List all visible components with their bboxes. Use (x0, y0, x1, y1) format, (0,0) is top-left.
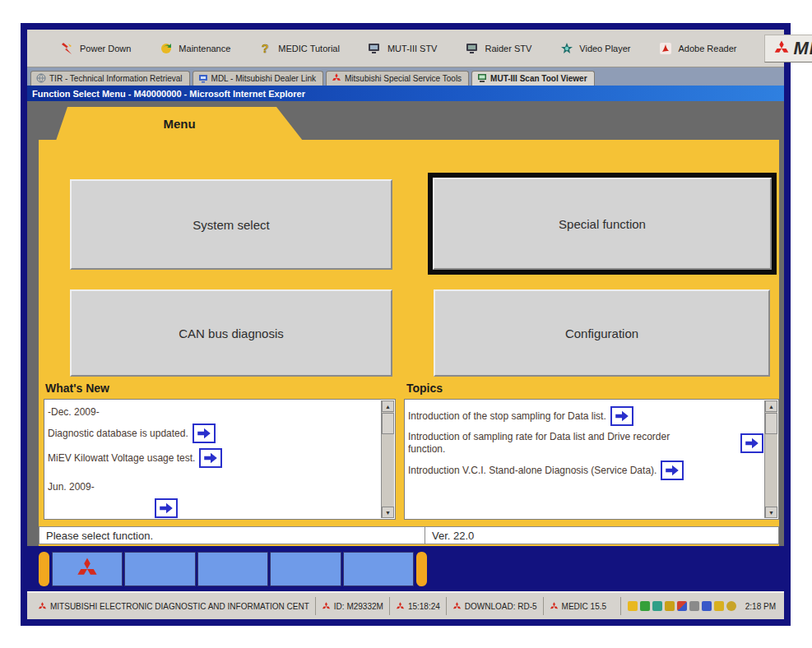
tray-round-icon[interactable] (726, 601, 736, 611)
quick-button-home[interactable] (52, 552, 123, 586)
windows-taskbar: MITSUBISHI ELECTRONIC DIAGNOSTIC AND INF… (27, 591, 784, 619)
power-down-icon (60, 41, 74, 55)
medic-window: Power Down Maintenance ? MEDIC Tutorial (27, 30, 784, 619)
topics-entry: Introduction V.C.I. Stand-alone Diagnosi… (408, 461, 763, 480)
tray-teal-icon[interactable] (652, 601, 662, 611)
tab-special-service-tools[interactable]: Mitsubishi Special Service Tools (326, 71, 469, 86)
status-message: Please select function. (46, 530, 153, 542)
next-arrow-icon[interactable] (193, 424, 216, 443)
menu-folder-body: System select Special function CAN bus d… (39, 140, 779, 546)
whats-new-entry-text: MiEV Kilowatt Voltage usage test. (48, 452, 195, 465)
taskbar-item-label: 15:18:24 (408, 602, 440, 611)
next-arrow-icon[interactable] (661, 461, 684, 480)
next-arrow-icon[interactable] (199, 448, 222, 468)
scrollbar-thumb[interactable] (765, 413, 777, 434)
scroll-down-icon[interactable]: ▼ (765, 507, 777, 518)
svg-text:?: ? (262, 42, 269, 55)
whats-new-entry: -Dec. 2009- (48, 406, 380, 419)
scrollbar-thumb[interactable] (382, 413, 394, 434)
taskbar-item-time[interactable]: 15:18:24 (389, 597, 446, 615)
next-arrow-icon[interactable] (740, 433, 763, 453)
tray-gray-icon[interactable] (689, 601, 699, 611)
quickbar-right-cap (416, 552, 427, 586)
system-select-button[interactable]: System select (70, 179, 392, 270)
outer-frame: Power Down Maintenance ? MEDIC Tutorial (21, 23, 791, 626)
taskbar-clock: 2:18 PM (739, 602, 779, 611)
medic-logo: MEDIC (764, 35, 812, 62)
taskbar-item-download[interactable]: DOWNLOAD: RD-5 (446, 597, 543, 615)
video-player-icon (559, 41, 573, 55)
tab-mut3-scan-tool-viewer[interactable]: MUT-III Scan Tool Viewer (471, 71, 594, 86)
scroll-down-icon[interactable]: ▼ (382, 507, 394, 518)
system-tray: 2:18 PM (620, 597, 779, 615)
window-title-bar[interactable]: Function Select Menu - M40000000 - Micro… (27, 86, 784, 101)
quick-button-5[interactable] (343, 552, 414, 586)
whats-new-panel: -Dec. 2009- Diagnostic database is updat… (44, 399, 396, 520)
configuration-label: Configuration (565, 326, 638, 340)
quick-button-4[interactable] (270, 552, 341, 586)
tray-yellow-icon[interactable] (714, 601, 724, 611)
raider-stv-icon (465, 41, 479, 55)
medic-tutorial-button[interactable]: ? MEDIC Tutorial (258, 41, 340, 55)
special-function-button[interactable]: Special function (433, 178, 772, 270)
screen: Power Down Maintenance ? MEDIC Tutorial (0, 0, 812, 648)
taskbar-item-label: MITSUBISHI ELECTRONIC DIAGNOSTIC AND INF… (50, 602, 309, 611)
quick-button-3[interactable] (197, 552, 268, 586)
can-bus-diagnosis-button[interactable]: CAN bus diagnosis (70, 289, 392, 377)
adobe-reader-icon (658, 41, 672, 55)
mitsubishi-diamond-icon (396, 602, 405, 611)
tutorial-icon: ? (258, 41, 272, 55)
window-title: Function Select Menu - M40000000 - Micro… (32, 89, 305, 99)
mitsubishi-diamond-icon (76, 558, 99, 581)
next-arrow-icon[interactable] (610, 406, 633, 426)
taskbar-item-medic-version[interactable]: MEDIC 15.5 (543, 597, 612, 615)
topics-entry: Introduction of the stop sampling for Da… (408, 406, 763, 426)
tab-tir-label: TIR - Technical Information Retrieval (49, 74, 183, 83)
scroll-up-icon[interactable]: ▲ (765, 400, 777, 412)
topics-panel: Introduction of the stop sampling for Da… (404, 399, 779, 520)
whats-new-entry (155, 498, 380, 518)
app-tab-bar: TIR - Technical Information Retrieval MD… (27, 67, 784, 86)
quick-button-2[interactable] (124, 552, 195, 586)
configuration-button[interactable]: Configuration (434, 289, 770, 377)
power-down-button[interactable]: Power Down (60, 41, 131, 55)
mitsubishi-small-icon (332, 73, 341, 83)
video-player-button[interactable]: Video Player (559, 41, 630, 55)
raider-stv-button[interactable]: Raider STV (465, 41, 531, 55)
mut3-stv-button[interactable]: MUT-III STV (368, 41, 438, 55)
system-select-label: System select (193, 218, 269, 232)
taskbar-item-label: DOWNLOAD: RD-5 (465, 602, 537, 611)
medic-logo-text: MEDIC (793, 38, 812, 59)
taskbar-item-medic-center[interactable]: MITSUBISHI ELECTRONIC DIAGNOSTIC AND INF… (32, 597, 315, 615)
whats-new-entry: Diagnostic database is updated. (48, 424, 380, 443)
scroll-up-icon[interactable]: ▲ (382, 400, 394, 412)
whats-new-entry: MiEV Kilowatt Voltage usage test. (48, 448, 380, 468)
whats-new-entry-text: -Dec. 2009- (48, 406, 100, 419)
tab-special-service-tools-label: Mitsubishi Special Service Tools (345, 74, 462, 83)
special-function-label: Special function (559, 217, 646, 231)
tray-gold-icon[interactable] (665, 601, 675, 611)
status-message-cell: Please select function. (39, 526, 425, 544)
tray-multicolor-icon[interactable] (677, 601, 687, 611)
tab-mut3-scan-tool-viewer-label: MUT-III Scan Tool Viewer (490, 74, 587, 83)
tray-blue-icon[interactable] (702, 601, 712, 611)
whats-new-scrollbar[interactable]: ▲ ▼ (381, 400, 394, 518)
maintenance-button[interactable]: Maintenance (159, 41, 230, 55)
bottom-toolbar-zone (27, 546, 784, 591)
taskbar-item-id[interactable]: ID: M29332M (315, 597, 389, 615)
next-arrow-icon[interactable] (155, 498, 178, 518)
tray-shield-icon[interactable] (628, 601, 638, 611)
tab-mdl[interactable]: MDL - Mitsubishi Dealer Link (193, 71, 323, 86)
tray-green-icon[interactable] (640, 601, 650, 611)
mitsubishi-diamond-icon (452, 602, 462, 611)
taskbar-item-label: ID: M29332M (334, 602, 383, 611)
menu-folder-tab[interactable]: Menu (56, 107, 303, 141)
scan-tool-icon (477, 73, 487, 83)
mitsubishi-logo-icon (773, 40, 790, 57)
topics-scrollbar[interactable]: ▲ ▼ (764, 400, 777, 518)
tab-tir[interactable]: TIR - Technical Information Retrieval (30, 71, 190, 86)
menu-tab-label: Menu (163, 117, 195, 131)
topics-entry: Introduction of sampling rate for Data l… (408, 431, 763, 456)
mitsubishi-diamond-icon (38, 602, 47, 611)
adobe-reader-button[interactable]: Adobe Reader (658, 41, 736, 55)
